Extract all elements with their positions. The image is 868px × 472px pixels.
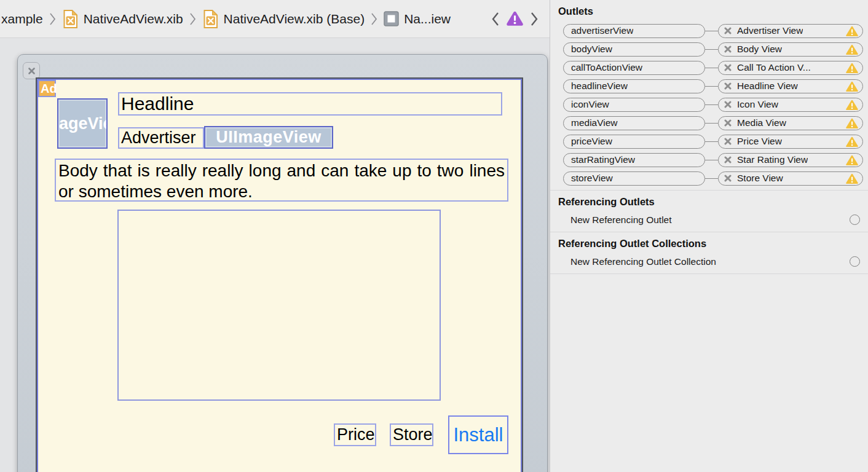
back-icon[interactable] <box>491 11 499 27</box>
ad-attribution-badge[interactable]: Ad <box>38 80 56 97</box>
outlet-name-pill[interactable]: priceView <box>563 135 705 149</box>
connection-line <box>705 104 718 105</box>
connections-inspector: Outlets advertiserView Advertiser View b… <box>550 0 868 472</box>
image-view-placeholder-label: ImageView <box>57 114 108 133</box>
radio-circle-icon[interactable] <box>850 256 860 267</box>
body-label[interactable]: Body that is really really long and can … <box>55 159 508 202</box>
jump-bar: xample NativeAdView.xib NativeAdView.xib… <box>0 0 550 38</box>
outlet-target-pill[interactable]: Price View <box>718 135 863 149</box>
warning-icon <box>846 100 858 110</box>
disconnect-icon[interactable] <box>724 156 732 163</box>
outlet-name-pill[interactable]: iconView <box>563 98 705 112</box>
breadcrumb-item-xib-file[interactable]: NativeAdView.xib <box>62 9 183 29</box>
connection-line <box>705 141 718 142</box>
outlet-name: mediaView <box>571 117 618 128</box>
breadcrumb-item-project[interactable]: xample <box>1 12 43 26</box>
warning-icon <box>846 81 858 92</box>
connection-line <box>705 86 718 87</box>
outlet-target: Store View <box>737 173 783 184</box>
store-label[interactable]: Store <box>390 423 433 446</box>
disconnect-icon[interactable] <box>724 64 732 71</box>
warning-icon <box>846 44 858 55</box>
issue-navigation-group <box>491 11 545 27</box>
outlet-row: headlineView Headline View <box>550 77 868 95</box>
outlet-name: callToActionView <box>571 62 642 73</box>
outlet-target: Icon View <box>737 99 778 110</box>
outlet-target: Call To Action V... <box>737 62 811 73</box>
icon-image-view[interactable]: ImageView <box>57 98 108 149</box>
outlet-row: priceView Price View <box>550 132 868 151</box>
outlet-name-pill[interactable]: mediaView <box>563 116 705 130</box>
outlet-name-pill[interactable]: callToActionView <box>563 61 705 75</box>
outlet-target-pill[interactable]: Call To Action V... <box>718 61 863 75</box>
connection-line <box>705 49 718 50</box>
new-referencing-outlet-collection-row: New Referencing Outlet Collection <box>550 252 868 271</box>
price-label[interactable]: Price <box>334 423 376 446</box>
disconnect-icon[interactable] <box>724 119 732 127</box>
connection-line <box>705 31 718 31</box>
outlet-target-pill[interactable]: Headline View <box>718 79 863 93</box>
xcode-interface-builder: xample NativeAdView.xib NativeAdView.xib… <box>0 0 868 472</box>
outlet-name-pill[interactable]: storeView <box>563 171 705 186</box>
outlet-target-pill[interactable]: Media View <box>718 116 863 130</box>
xib-document-window[interactable]: Ad ImageView Headline Advertiser UIImage… <box>17 54 548 472</box>
outlet-row: mediaView Media View <box>550 114 868 132</box>
disconnect-icon[interactable] <box>724 82 732 90</box>
breadcrumb-label: NativeAdView.xib <box>84 12 183 26</box>
outlets-section-title: Outlets <box>550 0 868 20</box>
referencing-outlet-collections-title: Referencing Outlet Collections <box>550 232 868 252</box>
outlet-target: Headline View <box>737 81 798 92</box>
disconnect-icon[interactable] <box>724 45 732 53</box>
breadcrumb-item-view[interactable]: Na...iew <box>384 11 451 26</box>
breadcrumb-label: NativeAdView.xib (Base) <box>224 12 365 26</box>
close-button[interactable] <box>23 62 40 79</box>
breadcrumb-label: Na...iew <box>404 12 451 26</box>
outlet-target-pill[interactable]: Advertiser View <box>718 24 863 38</box>
outlet-name-pill[interactable]: headlineView <box>563 79 705 93</box>
xib-file-icon <box>202 9 219 29</box>
outlet-name: starRatingView <box>571 154 635 165</box>
outlet-target: Body View <box>737 44 782 55</box>
outlet-name: bodyView <box>571 44 612 55</box>
disconnect-icon[interactable] <box>724 27 732 34</box>
advertiser-label[interactable]: Advertiser <box>118 127 204 149</box>
connection-line <box>705 123 718 124</box>
forward-icon[interactable] <box>531 11 539 27</box>
outlet-row: advertiserView Advertiser View <box>550 22 868 40</box>
chevron-separator-icon <box>189 12 196 26</box>
outlet-target-pill[interactable]: Store View <box>718 171 863 186</box>
disconnect-icon[interactable] <box>724 101 732 108</box>
new-referencing-outlet-collection-label: New Referencing Outlet Collection <box>570 256 716 267</box>
outlet-name-pill[interactable]: advertiserView <box>563 24 705 38</box>
outlet-target: Price View <box>737 136 782 147</box>
referencing-outlets-title: Referencing Outlets <box>550 191 868 210</box>
warning-icon <box>846 26 858 36</box>
breadcrumb-item-xib-base[interactable]: NativeAdView.xib (Base) <box>202 9 365 29</box>
outlet-row: callToActionView Call To Action V... <box>550 58 868 77</box>
disconnect-icon[interactable] <box>724 138 732 145</box>
outlet-target-pill[interactable]: Star Rating View <box>718 153 863 167</box>
issue-warning-icon[interactable] <box>507 11 523 26</box>
chevron-separator-icon <box>371 12 377 26</box>
install-button[interactable]: Install <box>448 415 508 454</box>
star-rating-image-view[interactable]: UIImageView <box>204 126 333 149</box>
outlet-name-pill[interactable]: bodyView <box>563 42 705 57</box>
headline-label[interactable]: Headline <box>118 92 502 116</box>
connection-line <box>705 178 718 179</box>
native-ad-root-view[interactable]: Ad ImageView Headline Advertiser UIImage… <box>37 79 522 472</box>
warning-icon <box>846 173 858 184</box>
warning-icon <box>846 155 858 165</box>
outlet-name-pill[interactable]: starRatingView <box>563 153 705 167</box>
outlet-target: Media View <box>737 117 786 128</box>
outlet-name: iconView <box>571 99 609 110</box>
outlet-target-pill[interactable]: Icon View <box>718 98 863 112</box>
outlet-target-pill[interactable]: Body View <box>718 42 863 57</box>
disconnect-icon[interactable] <box>724 175 732 182</box>
media-view[interactable] <box>117 210 441 401</box>
outlet-name: advertiserView <box>571 25 633 36</box>
view-icon <box>384 11 399 26</box>
native-ad-view-frame: Ad ImageView Headline Advertiser UIImage… <box>36 77 523 472</box>
radio-circle-icon[interactable] <box>850 214 860 225</box>
new-referencing-outlet-label: New Referencing Outlet <box>570 214 672 226</box>
editor-canvas-area: xample NativeAdView.xib NativeAdView.xib… <box>0 0 550 472</box>
